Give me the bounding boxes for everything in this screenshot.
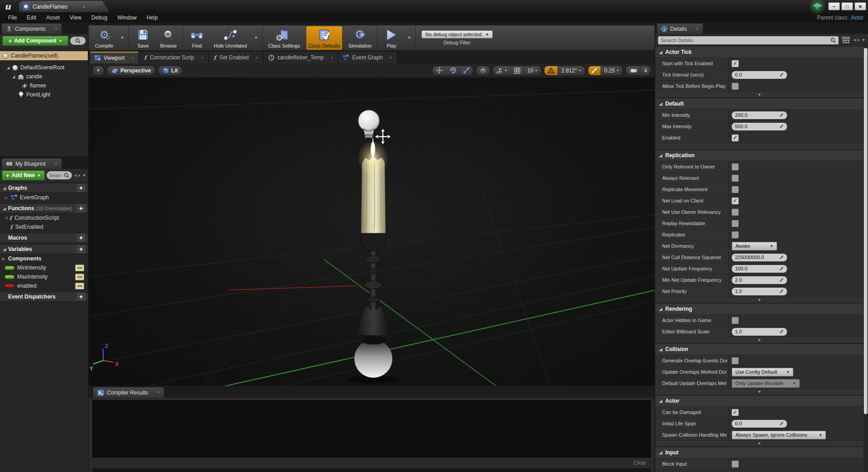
collapse-triangle-icon[interactable]: ◢ — [6, 66, 10, 70]
add-variable-button[interactable]: + — [77, 246, 85, 253]
item-setenabled[interactable]: f SetEnabled — [0, 222, 88, 231]
tab-compiler-results[interactable]: Compiler Results × — [93, 387, 164, 398]
details-search-input[interactable]: Search Details — [658, 36, 839, 44]
tab-close-icon[interactable]: × — [82, 4, 85, 10]
details-view-options-button[interactable]: ▼ — [853, 38, 865, 43]
section-variables[interactable]: ◢ Variables + — [0, 244, 88, 254]
details-scrollbar[interactable] — [863, 46, 868, 472]
close-icon[interactable]: × — [201, 55, 204, 60]
section-expander[interactable]: ▼ — [655, 389, 863, 395]
clear-button[interactable]: Clear — [633, 460, 646, 466]
checkbox[interactable]: ✓ — [732, 60, 739, 67]
save-button[interactable]: Save — [133, 26, 153, 50]
checkbox[interactable]: ✓ — [732, 83, 739, 90]
tab-candleflicker-timeline[interactable]: candleflicker_Temp × — [264, 52, 338, 63]
viewport-3d[interactable]: Z Y X — [89, 77, 654, 386]
add-macro-button[interactable]: + — [77, 234, 85, 241]
class-settings-button[interactable]: ⚙ Class Settings — [267, 26, 302, 50]
tab-construction-script[interactable]: f Construction Scrip × — [139, 52, 208, 63]
camera-speed-button[interactable] — [626, 66, 641, 75]
coordinate-space-toggle[interactable] — [476, 66, 490, 76]
move-tool-button[interactable] — [433, 66, 446, 75]
section-macros[interactable]: Macros + — [0, 233, 88, 243]
my-blueprint-search-input[interactable]: Searc — [47, 171, 72, 179]
menu-file[interactable]: File — [4, 13, 21, 22]
play-options-chevron[interactable]: ▼ — [406, 36, 412, 40]
variable-visibility-toggle[interactable] — [75, 283, 84, 289]
debug-object-select[interactable]: No debug object selected ▼ — [421, 30, 493, 39]
grid-snap-toggle[interactable] — [511, 66, 524, 75]
grid-snap-value[interactable]: 10▼ — [524, 66, 541, 75]
menu-debug[interactable]: Debug — [87, 13, 112, 22]
scale-snap-toggle[interactable] — [588, 66, 601, 75]
checkbox[interactable]: ✓ — [732, 409, 739, 416]
close-icon[interactable]: × — [256, 55, 258, 60]
section-actor[interactable]: ◢Actor — [655, 395, 863, 407]
tree-item-pointlight[interactable]: PointLight — [0, 90, 88, 99]
variable-minintensity[interactable]: MinIntensity — [0, 263, 88, 272]
number-input[interactable]: 225000000.0 — [732, 254, 787, 261]
maximize-button[interactable]: □ — [841, 2, 853, 10]
tree-item-flamee[interactable]: flamee — [0, 81, 88, 90]
item-constructionscript[interactable]: ↗ f ConstructionScript — [0, 213, 88, 222]
camera-speed-value[interactable]: 4 — [641, 66, 650, 75]
close-icon[interactable]: × — [390, 55, 392, 60]
reset-icon[interactable] — [779, 255, 784, 260]
rotate-tool-button[interactable] — [446, 66, 460, 75]
tab-details[interactable]: i Details × — [657, 24, 703, 34]
checkbox[interactable]: ✓ — [732, 209, 739, 216]
menu-help[interactable]: Help — [142, 13, 162, 22]
compile-options-chevron[interactable]: ▼ — [119, 36, 125, 40]
section-expander[interactable]: ▼ — [655, 337, 863, 343]
variable-enabled[interactable]: enabled — [0, 281, 88, 290]
section-actor-tick[interactable]: ◢Actor Tick — [655, 47, 863, 58]
item-eventgraph[interactable]: ▷ EventGraph — [0, 193, 88, 202]
close-icon[interactable]: × — [330, 55, 333, 60]
simulation-button[interactable]: ⚙ Simulation — [347, 26, 373, 50]
reset-icon[interactable] — [779, 278, 784, 282]
section-expander[interactable]: ▼ — [655, 92, 863, 98]
tree-item-candle[interactable]: ◢ candle — [0, 72, 88, 81]
scale-tool-button[interactable] — [460, 66, 473, 75]
asset-tab-candleflames[interactable]: CandleFlames × — [19, 1, 110, 12]
tab-components[interactable]: Components × — [2, 24, 62, 34]
net-dormancy-select[interactable]: Awake▼ — [732, 242, 777, 250]
collapse-triangle-icon[interactable]: ◢ — [12, 75, 15, 79]
close-icon[interactable]: × — [696, 26, 699, 31]
tab-viewport[interactable]: Viewport × — [90, 52, 138, 63]
reset-icon[interactable] — [779, 266, 784, 271]
add-graph-button[interactable]: + — [77, 184, 85, 192]
number-input[interactable]: 0.0 — [732, 420, 787, 428]
tab-my-blueprint[interactable]: My Blueprint × — [2, 159, 62, 169]
add-function-button[interactable]: + — [77, 205, 85, 212]
number-input[interactable]: 100.0 — [732, 265, 787, 273]
hide-unrelated-chevron[interactable]: ▼ — [253, 36, 259, 40]
section-event-dispatchers[interactable]: Event Dispatchers + — [0, 292, 88, 302]
tab-event-graph[interactable]: Event Graph × — [339, 52, 396, 63]
section-default[interactable]: ◢Default — [655, 98, 863, 110]
number-input[interactable]: 200.0 — [732, 111, 787, 119]
menu-view[interactable]: View — [65, 13, 86, 22]
checkbox[interactable]: ✓ — [732, 357, 739, 364]
section-rendering[interactable]: ◢Rendering — [655, 303, 863, 315]
minimize-button[interactable]: – — [828, 2, 840, 10]
reset-icon[interactable] — [779, 124, 784, 129]
surface-snap-button[interactable]: ▼ — [493, 66, 511, 75]
menu-window[interactable]: Window — [113, 13, 141, 22]
close-button[interactable]: ✕ — [854, 2, 866, 10]
menu-edit[interactable]: Edit — [22, 13, 41, 22]
checkbox[interactable]: ✓ — [732, 164, 739, 170]
parent-class-link[interactable]: Actor — [851, 14, 863, 21]
add-event-dispatcher-button[interactable]: + — [77, 293, 85, 300]
checkbox[interactable]: ✓ — [732, 175, 739, 182]
number-input[interactable]: 2.0 — [732, 276, 787, 284]
checkbox[interactable]: ✓ — [732, 135, 739, 141]
close-icon[interactable]: × — [131, 56, 134, 61]
reset-icon[interactable] — [779, 289, 784, 294]
section-input[interactable]: ◢Input — [655, 447, 863, 458]
property-matrix-button[interactable] — [841, 36, 851, 44]
reset-icon[interactable] — [779, 329, 784, 334]
number-input[interactable]: 1.0 — [732, 288, 787, 295]
tutorial-icon[interactable] — [810, 1, 825, 12]
checkbox[interactable]: ✓ — [732, 317, 739, 324]
